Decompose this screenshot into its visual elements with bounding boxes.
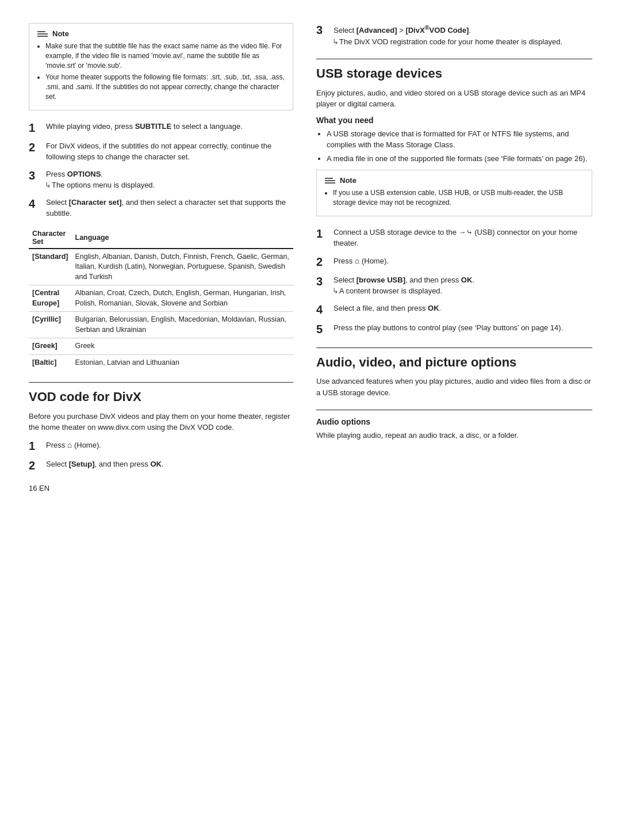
divider-vod bbox=[29, 382, 293, 383]
right-column: 3 Select [Advanced] > [DivX®VOD Code]. T… bbox=[316, 23, 592, 492]
note-icon-1 bbox=[37, 31, 48, 37]
note-header-usb: Note bbox=[325, 176, 584, 185]
note-label-usb: Note bbox=[340, 176, 356, 185]
usb-step-3-sub: A content browser is displayed. bbox=[334, 285, 592, 297]
vod-step-1: 1 Press ⌂ (Home). bbox=[29, 439, 293, 453]
vod-step-num-2: 2 bbox=[29, 459, 41, 472]
top-step-content-3: Select [Advanced] > [DivX®VOD Code]. The… bbox=[334, 23, 592, 47]
table-cell-lang-central: Albanian, Croat, Czech, Dutch, English, … bbox=[72, 285, 294, 312]
usb-step-num-2: 2 bbox=[316, 255, 329, 269]
divider-usb bbox=[316, 59, 592, 59]
step-num-3: 3 bbox=[29, 169, 41, 191]
audio-video-body: Use advanced features when you play pict… bbox=[316, 376, 592, 398]
table-cell-lang-standard: English, Albanian, Danish, Dutch, Finnis… bbox=[72, 249, 294, 285]
note-box-subtitle: Note Make sure that the subtitle file ha… bbox=[29, 23, 293, 110]
what-you-need-item-1: A USB storage device that is formatted f… bbox=[327, 128, 592, 151]
note-header-1: Note bbox=[37, 29, 285, 38]
audio-options-body: While playing audio, repeat an audio tra… bbox=[316, 430, 592, 441]
step-num-4: 4 bbox=[29, 197, 41, 219]
usb-step-4: 4 Select a file, and then press OK. bbox=[316, 303, 592, 316]
home-icon-2: ⌂ bbox=[355, 255, 359, 267]
subtitle-steps: 1 While playing video, press SUBTITLE to… bbox=[29, 121, 293, 219]
table-row-greek: [Greek] Greek bbox=[29, 338, 293, 355]
note-bullet-usb-1: If you use a USB extension cable, USB HU… bbox=[333, 188, 584, 208]
usb-step-num-1: 1 bbox=[316, 227, 329, 249]
table-row-baltic: [Baltic] Estonian, Latvian and Lithuania… bbox=[29, 354, 293, 371]
vod-step-2: 2 Select [Setup], and then press OK. bbox=[29, 459, 293, 472]
subtitle-step-4: 4 Select [Character set], and then selec… bbox=[29, 197, 293, 219]
subtitle-step-3: 3 Press OPTIONS. The options menu is dis… bbox=[29, 169, 293, 191]
divider-audio bbox=[316, 348, 592, 348]
vod-step-num-1: 1 bbox=[29, 439, 41, 453]
usb-section-body: Enjoy pictures, audio, and video stored … bbox=[316, 87, 592, 110]
step-3-sub: The options menu is displayed. bbox=[46, 180, 293, 191]
table-cell-lang-cyrillic: Bulgarian, Belorussian, English, Macedon… bbox=[72, 312, 294, 338]
usb-step-3: 3 Select [browse USB], and then press OK… bbox=[316, 274, 592, 297]
table-cell-set-baltic: [Baltic] bbox=[29, 354, 72, 371]
top-step-num-3: 3 bbox=[316, 23, 329, 47]
vod-body: Before you purchase DivX videos and play… bbox=[29, 411, 293, 433]
audio-options-header: Audio options bbox=[316, 417, 592, 426]
usb-step-content-1: Connect a USB storage device to the →⤷ (… bbox=[334, 227, 592, 249]
table-row-central: [CentralEurope] Albanian, Croat, Czech, … bbox=[29, 285, 293, 312]
left-column: Note Make sure that the subtitle file ha… bbox=[29, 23, 293, 492]
step-content-1: While playing video, press SUBTITLE to s… bbox=[46, 121, 293, 135]
note-icon-usb bbox=[325, 178, 335, 184]
note-bullets-usb: If you use a USB extension cable, USB HU… bbox=[325, 188, 584, 208]
usb-section-title: USB storage devices bbox=[316, 66, 592, 81]
vod-steps: 1 Press ⌂ (Home). 2 Select [Setup], and … bbox=[29, 439, 293, 472]
page-number: 16 EN bbox=[29, 484, 293, 492]
vod-title: VOD code for DivX bbox=[29, 390, 293, 404]
what-you-need-header: What you need bbox=[316, 116, 592, 125]
note-bullets-1: Make sure that the subtitle file has the… bbox=[37, 41, 285, 102]
what-you-need-item-2: A media file in one of the supported fil… bbox=[327, 153, 592, 165]
top-step-3: 3 Select [Advanced] > [DivX®VOD Code]. T… bbox=[316, 23, 592, 47]
table-cell-set-central: [CentralEurope] bbox=[29, 285, 72, 312]
table-header-set: CharacterSet bbox=[29, 227, 72, 249]
usb-step-content-4: Select a file, and then press OK. bbox=[334, 303, 592, 316]
usb-step-2: 2 Press ⌂ (Home). bbox=[316, 255, 592, 269]
step-num-1: 1 bbox=[29, 121, 41, 135]
table-cell-set-greek: [Greek] bbox=[29, 338, 72, 355]
table-row-standard: [Standard] English, Albanian, Danish, Du… bbox=[29, 249, 293, 285]
usb-step-num-4: 4 bbox=[316, 303, 329, 316]
table-cell-set-standard: [Standard] bbox=[29, 249, 72, 285]
divider-audio-options bbox=[316, 410, 592, 410]
table-cell-lang-greek: Greek bbox=[72, 338, 294, 355]
vod-step-content-2: Select [Setup], and then press OK. bbox=[46, 459, 293, 472]
note-bullet-1-1: Make sure that the subtitle file has the… bbox=[45, 41, 285, 70]
usb-step-num-3: 3 bbox=[316, 274, 329, 297]
usb-step-content-3: Select [browse USB], and then press OK. … bbox=[334, 274, 592, 297]
table-row-cyrillic: [Cyrillic] Bulgarian, Belorussian, Engli… bbox=[29, 312, 293, 338]
usb-step-content-5: Press the play buttons to control play (… bbox=[334, 322, 592, 336]
step-content-3: Press OPTIONS. The options menu is displ… bbox=[46, 169, 293, 191]
top-step-list: 3 Select [Advanced] > [DivX®VOD Code]. T… bbox=[316, 23, 592, 47]
note-box-usb: Note If you use a USB extension cable, U… bbox=[316, 170, 592, 216]
step-content-4: Select [Character set], and then select … bbox=[46, 197, 293, 219]
note-bullet-1-2: Your home theater supports the following… bbox=[45, 72, 285, 101]
home-icon-1: ⌂ bbox=[67, 439, 72, 451]
step-num-2: 2 bbox=[29, 140, 41, 163]
top-step-3-sub: The DivX VOD registration code for your … bbox=[334, 36, 592, 48]
what-you-need-list: A USB storage device that is formatted f… bbox=[316, 128, 592, 165]
usb-step-5: 5 Press the play buttons to control play… bbox=[316, 322, 592, 336]
usb-steps: 1 Connect a USB storage device to the →⤷… bbox=[316, 227, 592, 336]
subtitle-step-1: 1 While playing video, press SUBTITLE to… bbox=[29, 121, 293, 135]
table-cell-set-cyrillic: [Cyrillic] bbox=[29, 312, 72, 338]
subtitle-step-2: 2 For DivX videos, if the subtitles do n… bbox=[29, 140, 293, 163]
usb-step-num-5: 5 bbox=[316, 322, 329, 336]
character-set-table: CharacterSet Language [Standard] English… bbox=[29, 227, 293, 371]
vod-step-content-1: Press ⌂ (Home). bbox=[46, 439, 293, 453]
usb-step-content-2: Press ⌂ (Home). bbox=[334, 255, 592, 269]
note-label-1: Note bbox=[52, 29, 69, 38]
step-content-2: For DivX videos, if the subtitles do not… bbox=[46, 140, 293, 163]
audio-video-title: Audio, video, and picture options bbox=[316, 355, 592, 370]
usb-step-1: 1 Connect a USB storage device to the →⤷… bbox=[316, 227, 592, 249]
table-cell-lang-baltic: Estonian, Latvian and Lithuanian bbox=[72, 354, 294, 371]
table-header-lang: Language bbox=[72, 227, 294, 249]
